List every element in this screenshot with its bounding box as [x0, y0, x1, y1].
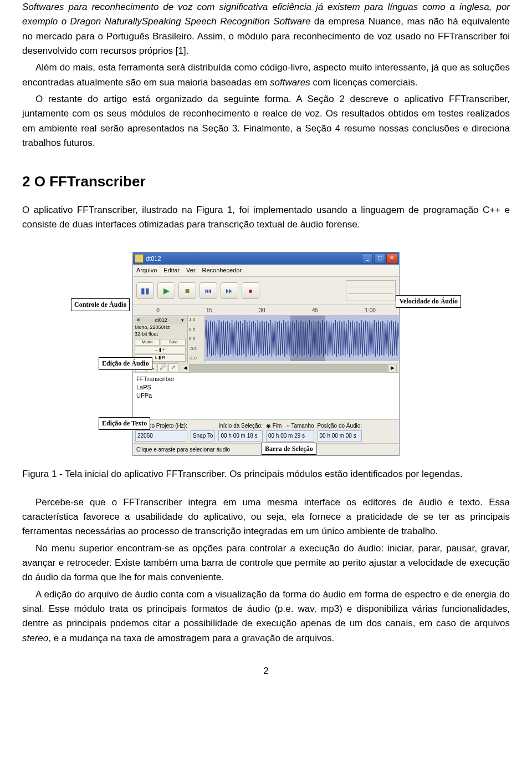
text-line: LaPS [136, 383, 396, 392]
page: Softwares para reconhecimento de voz com… [0, 0, 532, 695]
ruler-tick: 45 [312, 306, 318, 315]
vscale: -0.5 [189, 346, 203, 352]
track-close-icon[interactable]: ✕ [136, 317, 141, 324]
maximize-button[interactable]: ▢ [374, 253, 385, 263]
text-editor[interactable]: FFTranscriber LaPS UFPa [133, 373, 399, 420]
p2-seg-b: softwares [270, 77, 310, 88]
speed-slider[interactable] [346, 280, 396, 301]
vscale: 0.5 [189, 326, 203, 333]
paragraph-6: No menu superior encontram-se as opções … [22, 541, 510, 585]
paragraph-2: Além do mais, esta ferramenta será distr… [22, 60, 510, 90]
paragraph-5: Percebe-se que o FFTranscriber integra e… [22, 495, 510, 539]
callout-edicao-texto: Edição de Texto [99, 417, 150, 430]
track-name: dt012 [155, 317, 167, 324]
ruler-tick: 15 [206, 306, 212, 315]
mute-button[interactable]: Mudo [135, 339, 160, 346]
callout-barra-selecao: Barra de Seleção [262, 443, 316, 455]
scrollbar[interactable]: ◀ ▶ [181, 364, 397, 372]
p2-seg-c: com licenças comerciais. [310, 77, 418, 88]
window-title: dt012 [146, 254, 161, 263]
app-icon [135, 254, 144, 263]
vscale: 0.0 [189, 336, 203, 342]
titlebar[interactable]: dt012 _ ▢ ✕ [133, 252, 399, 265]
figure-1: dt012 _ ▢ ✕ Arquivo Editar Ver Reconhece… [22, 252, 510, 456]
pos-label: Posição do Áudio: [318, 422, 362, 430]
menu-reconhecedor[interactable]: Reconhecedor [202, 266, 242, 275]
sel-start-label: Início da Seleção: [218, 422, 263, 430]
p7-seg-a: A edição do arquivo de áudio conta com a… [22, 589, 510, 629]
scroll-right-icon[interactable]: ▶ [388, 364, 397, 373]
time-ruler[interactable]: 0 15 30 45 1:00 [133, 305, 399, 316]
rate-input[interactable]: 22050 [135, 430, 187, 442]
paragraph-4: O aplicativo FFTranscriber, ilustrado na… [22, 203, 510, 232]
pos-input[interactable]: 00 h 00 m 00 s [318, 430, 362, 442]
p1-seg-b: Dragon NaturallySpeaking Speech Recognit… [70, 16, 311, 27]
play-button[interactable]: ▶ [157, 282, 175, 299]
track-menu-icon[interactable]: ▾ [181, 317, 184, 324]
page-number: 2 [22, 664, 510, 678]
ruler-tick: 0 [156, 306, 160, 315]
skip-end-button[interactable]: ⏭ [221, 282, 238, 299]
transport-toolbar: ▮▮ ▶ ■ ⏮ ⏭ ● [133, 277, 399, 305]
gain-slider[interactable]: – ▮ + [135, 347, 186, 353]
paragraph-7: A edição do arquivo de áudio conta com a… [22, 587, 510, 646]
selection-region[interactable] [290, 316, 325, 361]
track-header[interactable]: ✕dt012▾ Mono, 22050Hz 32-bit float Mudo … [133, 316, 188, 362]
solo-button[interactable]: Solo [161, 339, 186, 346]
minimize-button[interactable]: _ [362, 253, 373, 263]
callout-edicao-audio: Edição de Áudio [99, 357, 152, 370]
p7-seg-b: stereo [22, 633, 48, 643]
scroll-left-icon[interactable]: ◀ [181, 364, 190, 373]
horizontal-scroll: ↔ 🔍 🔎 ⤢ ◀ ▶ [133, 363, 399, 373]
menubar: Arquivo Editar Ver Reconhecedor [133, 265, 399, 277]
skip-start-button[interactable]: ⏮ [200, 282, 217, 299]
text-line: FFTranscriber [136, 375, 396, 383]
track-bitdepth: 32-bit float [135, 331, 186, 338]
snap-to-button[interactable]: Snap To [191, 430, 216, 442]
zoom-sel-icon[interactable]: ⤢ [168, 363, 178, 372]
figure-caption: Figura 1 - Tela inicial do aplicativo FF… [22, 467, 510, 481]
radio-fim[interactable]: ◉ Fim [266, 423, 282, 429]
p2-seg-a: Além do mais, esta ferramenta será distr… [22, 62, 510, 87]
text-line: UFPa [136, 392, 396, 400]
menu-editar[interactable]: Editar [163, 266, 180, 275]
sel-end-input[interactable]: 00 h 00 m 29 s [266, 430, 314, 442]
menu-arquivo[interactable]: Arquivo [136, 266, 157, 275]
callout-velocidade-audio: Velocidade do Áudio [396, 295, 461, 308]
track-format: Mono, 22050Hz [135, 324, 186, 331]
ruler-tick: 30 [259, 306, 265, 315]
audio-track: ✕dt012▾ Mono, 22050Hz 32-bit float Mudo … [133, 316, 399, 363]
app-window: dt012 _ ▢ ✕ Arquivo Editar Ver Reconhece… [132, 252, 400, 456]
p7-seg-c: , e a mudança na taxa de amostragem para… [48, 633, 334, 643]
paragraph-1: Softwares para reconhecimento de voz com… [22, 0, 510, 58]
menu-ver[interactable]: Ver [186, 266, 196, 275]
section-heading: 2 O FFTranscriber [22, 170, 510, 192]
waveform[interactable] [205, 316, 399, 361]
amplitude-ruler: 1.0 0.5 0.0 -0.5 -1.0 [188, 316, 205, 362]
sel-start-input[interactable]: 00 h 00 m 18 s [218, 430, 263, 442]
radio-tamanho[interactable]: ○ Tamanho [287, 423, 314, 429]
pause-button[interactable]: ▮▮ [136, 282, 154, 299]
paragraph-3: O restante do artigo está organizado da … [22, 92, 510, 150]
vscale: 1.0 [189, 316, 203, 323]
ruler-tick: 1:00 [365, 306, 375, 315]
record-button[interactable]: ● [242, 282, 259, 299]
close-button[interactable]: ✕ [386, 253, 397, 263]
selection-bar: Taxa do Projeto (Hz): 22050 Snap To Iníc… [133, 420, 399, 444]
vscale: -1.0 [189, 355, 203, 362]
zoom-out-icon[interactable]: 🔎 [157, 363, 167, 372]
stop-button[interactable]: ■ [178, 282, 196, 299]
callout-controle-audio: Controle de Áudio [71, 298, 130, 311]
